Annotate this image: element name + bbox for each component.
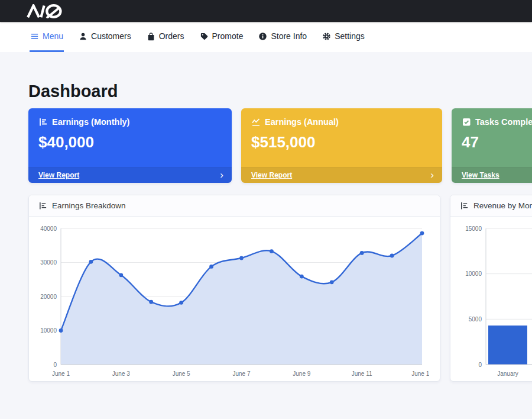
- panel-title: Revenue by Month: [473, 201, 532, 210]
- card-title: Earnings (Annual): [265, 117, 339, 127]
- gear-icon: [322, 32, 331, 41]
- revenue-by-month-chart[interactable]: 050001000015000January: [458, 221, 532, 380]
- card-value: $40,000: [28, 127, 232, 152]
- panel-title: Earnings Breakdown: [52, 201, 126, 210]
- svg-text:0: 0: [478, 362, 482, 368]
- panel-body: 050001000015000January: [450, 217, 532, 382]
- card-value: $515,000: [241, 127, 442, 152]
- main-content: Dashboard Earnings (Monthly) $40,000 Vie…: [0, 52, 532, 382]
- nav-item-orders[interactable]: Orders: [146, 22, 185, 52]
- svg-text:June 9: June 9: [293, 370, 310, 377]
- bar-chart-icon: [38, 201, 47, 210]
- aq-logo-icon: [24, 4, 76, 18]
- stat-card-tasks-completed: Tasks Completed 47 View Tasks ›: [452, 108, 532, 183]
- svg-text:June 11: June 11: [352, 370, 372, 377]
- nav-item-label: Promote: [212, 31, 244, 41]
- chevron-right-icon: ›: [430, 171, 434, 179]
- nav-item-customers[interactable]: Customers: [78, 22, 132, 52]
- nav-item-promote[interactable]: Promote: [199, 22, 244, 52]
- nav-item-label: Settings: [335, 31, 365, 41]
- stat-cards-row: Earnings (Monthly) $40,000 View Report ›…: [28, 108, 532, 183]
- nav-item-label: Store Info: [271, 31, 307, 41]
- svg-text:15000: 15000: [465, 225, 482, 232]
- svg-text:0: 0: [53, 362, 57, 368]
- svg-text:10000: 10000: [465, 270, 482, 277]
- panel-header: Earnings Breakdown: [29, 195, 440, 217]
- revenue-by-month-panel: Revenue by Month 050001000015000January: [450, 195, 532, 382]
- card-title: Tasks Completed: [475, 117, 532, 127]
- svg-text:June 7: June 7: [232, 370, 250, 377]
- svg-text:June 3: June 3: [112, 370, 130, 377]
- horizontal-bar-chart-icon: [38, 117, 48, 127]
- menu-icon: [30, 32, 39, 41]
- user-icon: [79, 32, 87, 41]
- nav-item-label: Customers: [91, 31, 131, 41]
- chevron-right-icon: ›: [220, 171, 223, 179]
- stat-card-earnings-monthly: Earnings (Monthly) $40,000 View Report ›: [28, 108, 232, 183]
- tag-icon: [200, 32, 209, 41]
- brand-logo[interactable]: [24, 4, 76, 18]
- nav-item-store-info[interactable]: Store Info: [258, 22, 307, 52]
- view-tasks-link[interactable]: View Tasks ›: [452, 167, 532, 183]
- card-link-label: View Report: [38, 171, 79, 179]
- earnings-breakdown-panel: Earnings Breakdown 010000200003000040000…: [28, 195, 440, 382]
- svg-text:June 13: June 13: [411, 370, 429, 377]
- svg-text:40000: 40000: [40, 225, 57, 232]
- panel-header: Revenue by Month: [450, 195, 532, 217]
- card-header: Tasks Completed: [452, 108, 532, 127]
- card-header: Earnings (Annual): [241, 108, 442, 127]
- card-value: 47: [452, 127, 532, 152]
- top-app-bar: [0, 0, 532, 22]
- main-nav: Menu Customers Orders Promote Store Info…: [0, 22, 532, 52]
- card-link-label: View Report: [251, 171, 292, 179]
- card-link-label: View Tasks: [462, 171, 499, 179]
- check-square-icon: [462, 117, 471, 127]
- panel-body: 010000200003000040000June 1June 3June 5J…: [29, 217, 440, 382]
- line-chart-icon: [251, 117, 261, 127]
- bag-icon: [147, 32, 155, 41]
- bar-chart-icon: [460, 201, 469, 210]
- nav-item-menu[interactable]: Menu: [30, 22, 64, 52]
- card-header: Earnings (Monthly): [28, 108, 232, 127]
- svg-text:June 1: June 1: [52, 370, 70, 377]
- card-title: Earnings (Monthly): [52, 117, 129, 127]
- page-title: Dashboard: [28, 82, 532, 101]
- svg-text:20000: 20000: [40, 294, 57, 300]
- nav-item-label: Orders: [159, 31, 184, 41]
- svg-text:5000: 5000: [469, 316, 482, 323]
- svg-text:June 5: June 5: [173, 370, 190, 377]
- chart-panels-row: Earnings Breakdown 010000200003000040000…: [28, 195, 532, 382]
- svg-text:10000: 10000: [40, 327, 57, 334]
- stat-card-earnings-annual: Earnings (Annual) $515,000 View Report ›: [241, 108, 442, 183]
- svg-text:January: January: [497, 370, 518, 377]
- view-report-link[interactable]: View Report ›: [241, 167, 442, 183]
- nav-item-label: Menu: [43, 31, 63, 41]
- svg-text:30000: 30000: [40, 259, 57, 266]
- view-report-link[interactable]: View Report ›: [28, 167, 232, 183]
- info-icon: [258, 32, 267, 41]
- nav-item-settings[interactable]: Settings: [322, 22, 365, 52]
- earnings-breakdown-chart[interactable]: 010000200003000040000June 1June 3June 5J…: [36, 221, 429, 380]
